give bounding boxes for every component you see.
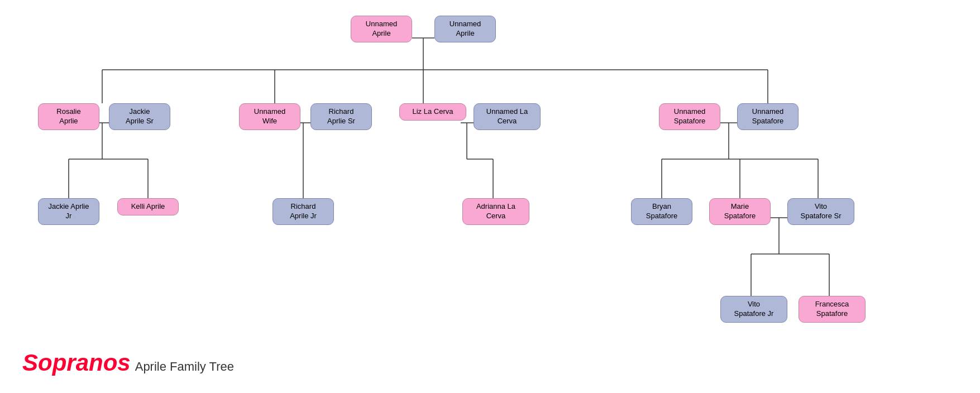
node-richard-aprile-sr: RichardAprlie Sr <box>310 103 372 130</box>
brand-subtitle: Aprile Family Tree <box>135 360 234 374</box>
node-unnamed-aprile-f: Unnamed Aprile <box>351 16 412 42</box>
node-vito-spatafore-jr: VitoSpatafore Jr <box>720 296 787 323</box>
tree-lines <box>0 0 980 393</box>
brand: Sopranos Aprile Family Tree <box>22 349 234 376</box>
node-kelli-aprile: Kelli Aprile <box>117 198 179 215</box>
node-jackie-aprile-sr: JackieAprile Sr <box>109 103 170 130</box>
brand-name: Sopranos <box>22 349 131 376</box>
node-jackie-aprile-jr: Jackie AprlieJr <box>38 198 99 225</box>
tree-container: Unnamed Aprile Unnamed Aprile RosalieApr… <box>0 0 980 393</box>
node-vito-spatafore-sr: VitoSpatafore Sr <box>787 198 854 225</box>
node-bryan-spatafore: BryanSpatafore <box>631 198 692 225</box>
node-richard-aprile-jr: RichardAprile Jr <box>273 198 334 225</box>
node-unnamed-wife: UnnamedWife <box>239 103 300 130</box>
node-liz-la-cerva: Liz La Cerva <box>399 103 466 121</box>
node-unnamed-aprile-m: Unnamed Aprile <box>434 16 496 42</box>
node-francesca-spatafore: FrancescaSpatafore <box>799 296 866 323</box>
node-rosalie-aprile: RosalieAprlie <box>38 103 99 130</box>
node-unnamed-la-cerva: Unnamed LaCerva <box>474 103 541 130</box>
node-marie-spatafore: MarieSpatafore <box>709 198 771 225</box>
node-adrianna-la-cerva: Adrianna LaCerva <box>462 198 529 225</box>
node-unnamed-spatafore-m: UnnamedSpatafore <box>737 103 799 130</box>
node-unnamed-spatafore-f: UnnamedSpatafore <box>659 103 720 130</box>
